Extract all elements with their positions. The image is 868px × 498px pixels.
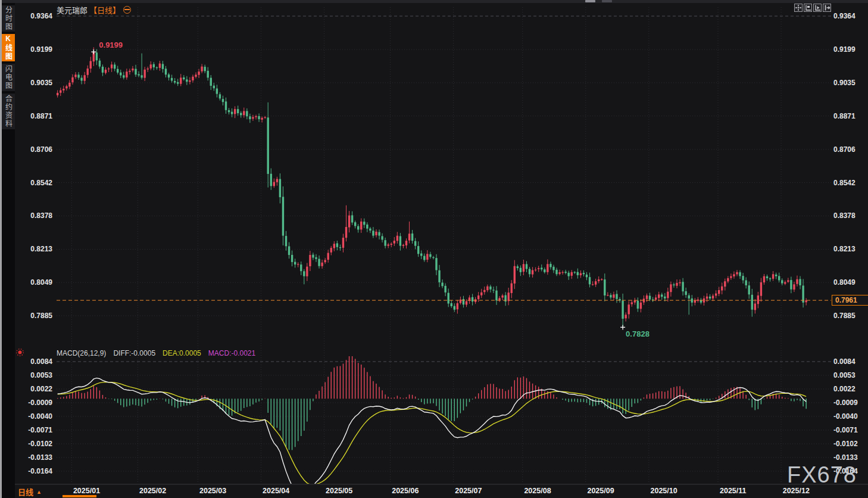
crosshair-move-icon[interactable] (794, 4, 803, 12)
candle (688, 295, 690, 298)
candle (489, 287, 491, 290)
candle (80, 78, 82, 81)
candle (162, 64, 164, 69)
candle (616, 294, 617, 299)
candle (417, 246, 419, 254)
candle (90, 61, 92, 69)
macd-indicator-header: MACD(26,12,9) DIFF:-0.0005 DEA:0.0005 MA… (57, 349, 255, 357)
candle (204, 67, 205, 71)
candle (541, 267, 542, 269)
candle (549, 264, 551, 267)
period-label: 日线 (18, 486, 33, 497)
candle (604, 279, 605, 295)
symbol-name: 美元瑞郎 (57, 4, 88, 15)
price-panel[interactable] (57, 47, 807, 327)
axis-tick-label: -0.0040 (28, 412, 52, 421)
candle (745, 281, 747, 285)
axis-tick-label: 0.0022 (833, 385, 855, 393)
candle (435, 258, 437, 270)
candle (607, 295, 608, 295)
macd-panel[interactable] (58, 356, 806, 496)
candle (799, 279, 801, 285)
candle (760, 282, 762, 296)
candle (580, 273, 582, 275)
candle (571, 272, 573, 276)
candle (796, 279, 798, 284)
candle (360, 222, 362, 229)
candle (394, 241, 395, 244)
axis-tick-label: -0.0009 (28, 399, 52, 407)
candle (60, 91, 61, 93)
candle (270, 174, 272, 186)
axis-tick-label: -0.0102 (833, 440, 858, 448)
candle (685, 291, 686, 295)
candle (276, 179, 278, 182)
candle (105, 70, 107, 73)
date-axis-label: 2025/06 (392, 487, 419, 495)
axis-tick-label: 0.8213 (833, 245, 855, 253)
axis-tick-label: 0.0053 (30, 371, 52, 379)
candle (114, 64, 115, 69)
candle (351, 215, 353, 222)
candle (622, 301, 623, 319)
candle (177, 82, 179, 84)
candle (135, 69, 136, 75)
candle (598, 279, 600, 281)
candle (457, 303, 458, 309)
candle (529, 269, 530, 274)
macd-dea-value: DEA:0.0005 (163, 349, 201, 357)
collapse-right-icon[interactable] (823, 4, 831, 12)
date-axis-label: 2025/02 (139, 487, 166, 495)
candle (520, 268, 522, 272)
candle (96, 52, 98, 60)
circle-minus-icon[interactable] (123, 6, 131, 14)
candle (282, 197, 284, 235)
chart-plot[interactable]: 0.93640.93640.91990.91990.90350.90350.88… (0, 0, 868, 498)
candle (712, 295, 714, 298)
candle (480, 292, 482, 295)
candle (667, 292, 669, 298)
axis-tick-label: 0.9199 (833, 45, 855, 54)
candle (727, 278, 729, 281)
candle (784, 282, 786, 284)
candle (544, 269, 545, 272)
axis-play-icon[interactable] (813, 4, 822, 12)
candle (772, 274, 774, 279)
axis-tick-label: -0.0071 (833, 426, 858, 434)
candle (444, 286, 446, 292)
axis-tick-label: 0.8049 (30, 278, 52, 287)
candle (495, 291, 497, 301)
candle (267, 117, 269, 174)
date-axis-label: 2025/05 (326, 487, 352, 495)
candle (454, 306, 455, 310)
candle (255, 116, 257, 117)
date-axis-label: 2025/01 (73, 487, 100, 495)
axis-tick-label: 0.8542 (833, 179, 855, 187)
candle (733, 274, 735, 276)
axis-tick-label: 0.9035 (30, 79, 52, 87)
candle (129, 71, 130, 72)
axis-tick-label: 0.0084 (833, 357, 855, 366)
candle (420, 253, 422, 256)
axis-tick-label: 0.8871 (30, 112, 52, 120)
candle (466, 301, 467, 305)
candle (595, 281, 597, 285)
candle (189, 80, 191, 82)
period-selector[interactable]: 日线 ▲ (18, 486, 42, 497)
axis-tick-label: -0.0102 (28, 440, 52, 448)
trading-terminal: { "sidebar": { "tabs": [ {"label": "分时图"… (0, 0, 868, 498)
axis-flag-icon[interactable] (804, 4, 812, 12)
candle (583, 273, 585, 274)
axis-tick-label: -0.0164 (28, 467, 52, 475)
candle (532, 270, 533, 274)
date-axis-label: 2025/10 (651, 487, 677, 495)
candle (640, 303, 642, 309)
candle (165, 69, 167, 74)
red-dot-icon (15, 348, 24, 357)
horizontal-scrollbar-thumb[interactable] (63, 495, 96, 497)
candle (405, 241, 407, 245)
candle (330, 248, 332, 253)
candle (517, 266, 519, 268)
candle (787, 280, 789, 281)
candle (168, 74, 170, 77)
